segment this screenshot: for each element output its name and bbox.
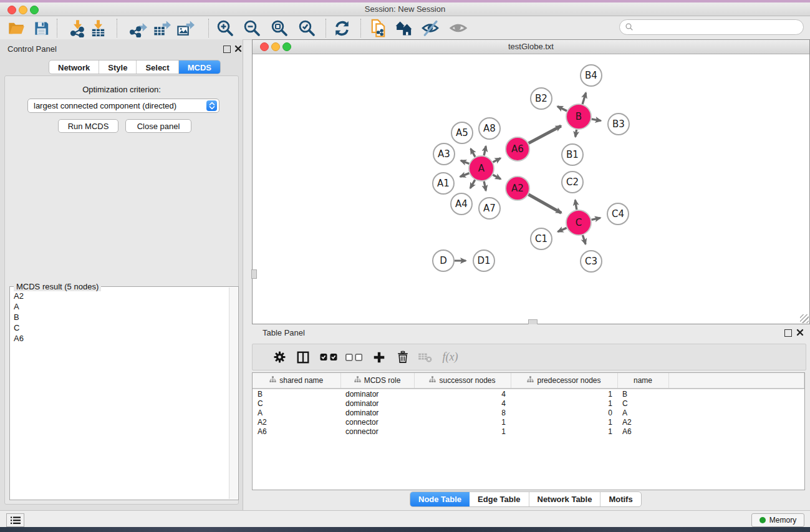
node-B4[interactable]: B4 [581, 65, 602, 86]
node-C2[interactable]: C2 [562, 172, 583, 193]
table-options-icon[interactable] [270, 344, 289, 370]
edge-A-A1[interactable] [460, 173, 469, 177]
tab-mcds[interactable]: MCDS [179, 60, 220, 74]
tab-motifs[interactable]: Motifs [600, 492, 640, 506]
zoom-out-icon[interactable] [242, 18, 262, 38]
mcds-result-item[interactable]: A2 [11, 291, 229, 301]
node-B1[interactable]: B1 [562, 144, 583, 165]
node-A8[interactable]: A8 [479, 118, 500, 139]
node-A3[interactable]: A3 [433, 143, 455, 165]
cell-MCDS-role[interactable]: connector [340, 427, 414, 436]
column-header-successor-nodes[interactable]: successor nodes [414, 373, 511, 389]
node-B[interactable]: B [566, 104, 591, 129]
cell-name[interactable]: A2 [617, 417, 668, 427]
import-network-icon[interactable] [67, 18, 87, 38]
refresh-icon[interactable] [332, 18, 352, 38]
hide-graphics-details-icon[interactable] [420, 18, 440, 38]
cell-predecessor-nodes[interactable]: 1 [511, 389, 617, 399]
cell-shared-name[interactable]: A6 [253, 427, 340, 436]
node-C[interactable]: C [566, 210, 591, 235]
cell-successor-nodes[interactable]: 4 [414, 399, 511, 408]
node-B3[interactable]: B3 [608, 114, 629, 135]
edge-B-B2[interactable] [557, 107, 567, 111]
edge-A-A5[interactable] [471, 148, 475, 157]
cell-successor-nodes[interactable]: 4 [414, 389, 511, 399]
edge-A2-C[interactable] [528, 195, 561, 213]
edge-A-A6[interactable] [493, 158, 501, 162]
tab-node-table[interactable]: Node Table [410, 492, 470, 506]
node-A6[interactable]: A6 [506, 137, 529, 161]
unselect-all-icon[interactable] [344, 344, 365, 370]
cell-predecessor-nodes[interactable]: 1 [511, 399, 617, 408]
edge-A-A8[interactable] [484, 146, 486, 155]
tab-network[interactable]: Network [49, 60, 99, 74]
cell-shared-name[interactable]: B [253, 389, 340, 399]
mcds-result-item[interactable]: B [11, 312, 229, 322]
cell-name[interactable]: A6 [617, 427, 668, 436]
node-A5[interactable]: A5 [451, 122, 473, 143]
edge-C-C3[interactable] [582, 235, 586, 244]
select-all-icon[interactable] [319, 344, 340, 370]
edge-A-A4[interactable] [470, 180, 475, 188]
tab-edge-table[interactable]: Edge Table [470, 492, 529, 506]
float-panel-icon[interactable] [223, 46, 231, 53]
toolbar-search[interactable] [619, 19, 804, 35]
cell-successor-nodes[interactable]: 1 [414, 427, 511, 436]
table-row[interactable]: A2connector11A2 [253, 417, 804, 427]
network-graph[interactable]: AA2A6BCA1A3A4A5A7A8B1B2B3B4C1C2C3C4DD1 [253, 54, 809, 324]
node-D1[interactable]: D1 [473, 250, 494, 271]
function-builder-icon[interactable]: f(x) [436, 344, 464, 370]
node-B2[interactable]: B2 [531, 88, 552, 109]
cell-shared-name[interactable]: C [253, 399, 340, 408]
edge-C-C4[interactable] [591, 218, 600, 220]
network-canvas[interactable]: AA2A6BCA1A3A4A5A7A8B1B2B3B4C1C2C3C4DD1 [253, 54, 809, 324]
close-table-panel-icon[interactable] [796, 329, 804, 336]
cell-successor-nodes[interactable]: 8 [414, 408, 511, 417]
edge-B-B4[interactable] [582, 93, 586, 104]
mcds-result-item[interactable]: A6 [11, 333, 229, 344]
memory-button[interactable]: Memory [751, 513, 804, 527]
edge-B-B1[interactable] [576, 130, 577, 137]
window-left-grip[interactable] [251, 269, 257, 279]
cell-MCDS-role[interactable]: dominator [340, 408, 414, 417]
clone-network-icon[interactable] [368, 18, 388, 38]
mcds-result-list[interactable]: A2ABCA6 [11, 291, 229, 499]
edge-C-C2[interactable] [575, 200, 576, 210]
table-row[interactable]: Bdominator41B [253, 389, 804, 399]
cell-name[interactable]: C [617, 399, 668, 408]
column-header-MCDS-role[interactable]: MCDS role [340, 373, 414, 389]
network-window-titlebar[interactable]: testGlobe.txt [253, 40, 809, 54]
home-icon[interactable] [393, 18, 413, 38]
mcds-result-item[interactable]: C [11, 322, 229, 333]
task-history-button[interactable] [6, 513, 24, 527]
cell-shared-name[interactable]: A2 [253, 417, 340, 427]
import-table-icon[interactable] [88, 18, 108, 38]
node-C1[interactable]: C1 [531, 228, 552, 249]
open-file-icon[interactable] [6, 18, 26, 38]
tab-style[interactable]: Style [99, 60, 137, 74]
column-header-shared-name[interactable]: shared name [253, 373, 340, 389]
edge-B-B3[interactable] [592, 119, 601, 121]
column-header-predecessor-nodes[interactable]: predecessor nodes [511, 373, 617, 389]
tab-network-table[interactable]: Network Table [529, 492, 601, 506]
node-D[interactable]: D [433, 250, 454, 271]
tab-select[interactable]: Select [137, 60, 178, 74]
edge-A-A3[interactable] [461, 160, 469, 163]
cell-MCDS-role[interactable]: dominator [340, 399, 414, 408]
mcds-result-item[interactable]: A [11, 301, 229, 312]
close-panel-button[interactable]: Close panel [125, 119, 191, 133]
node-C3[interactable]: C3 [581, 251, 602, 272]
zoom-in-icon[interactable] [215, 18, 235, 38]
node-A1[interactable]: A1 [433, 173, 454, 194]
close-panel-icon[interactable] [234, 45, 242, 52]
column-view-icon[interactable] [292, 344, 314, 370]
node-A4[interactable]: A4 [451, 193, 472, 215]
cell-MCDS-role[interactable]: connector [340, 417, 414, 427]
table-row[interactable]: Cdominator41C [253, 399, 804, 408]
export-network-icon[interactable] [128, 18, 148, 38]
show-graphics-details-icon[interactable] [448, 18, 468, 38]
export-table-icon[interactable] [152, 18, 171, 38]
run-mcds-button[interactable]: Run MCDS [58, 119, 118, 133]
node-C4[interactable]: C4 [607, 203, 629, 225]
node-A2[interactable]: A2 [506, 177, 529, 200]
